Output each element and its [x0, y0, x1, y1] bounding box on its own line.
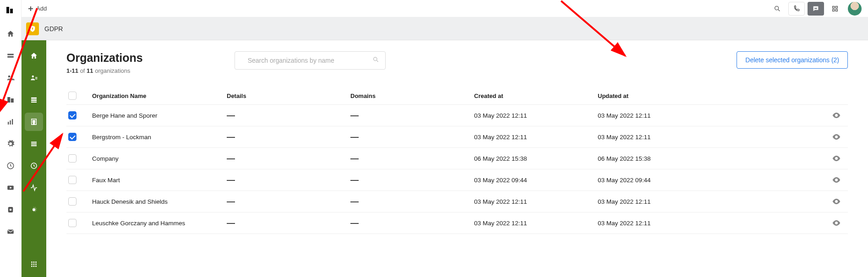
table-row: Hauck Denesik and Shields——03 May 2022 1… [66, 191, 848, 212]
view-icon[interactable] [825, 113, 848, 118]
cell-updated: 03 May 2022 12:11 [598, 134, 825, 141]
row-checkbox[interactable] [68, 133, 76, 141]
add-button[interactable]: Add [28, 5, 47, 12]
view-icon[interactable] [825, 134, 848, 140]
svg-point-50 [35, 264, 37, 265]
svg-rect-9 [10, 120, 11, 125]
view-icon[interactable] [825, 220, 848, 226]
delete-selected-button[interactable]: Delete selected organizations (2) [737, 51, 848, 69]
gdpr-sidebar [22, 40, 46, 277]
page-content: Organizations 1-11 of 11 organizations D… [46, 40, 868, 277]
cell-created: 03 May 2022 09:44 [474, 177, 598, 184]
cell-name[interactable]: Berge Hane and Sporer [92, 112, 227, 119]
gdpr-nav-history-icon[interactable] [25, 157, 43, 175]
svg-point-19 [775, 6, 779, 10]
col-header-name[interactable]: Organization Name [92, 92, 227, 99]
svg-point-47 [35, 261, 37, 263]
view-icon[interactable] [825, 177, 848, 183]
gdpr-nav-apps-icon[interactable] [25, 255, 43, 273]
svg-rect-34 [31, 102, 37, 103]
svg-rect-10 [12, 119, 13, 125]
cell-updated: 03 May 2022 12:11 [598, 198, 825, 205]
topbar-apps-icon[interactable] [827, 2, 843, 16]
col-header-updated[interactable]: Updated at [598, 92, 825, 99]
row-checkbox[interactable] [68, 219, 76, 227]
gdpr-nav-data-icon[interactable] [25, 91, 43, 109]
nav-inbox-icon[interactable] [5, 50, 16, 61]
svg-point-46 [33, 261, 35, 263]
select-all-checkbox[interactable] [68, 92, 76, 100]
cell-updated: 06 May 2022 15:38 [598, 155, 825, 162]
svg-point-29 [32, 76, 34, 78]
topbar-search-icon[interactable] [769, 2, 786, 16]
app-logo [6, 5, 15, 15]
svg-point-56 [836, 115, 837, 116]
add-label: Add [36, 5, 47, 12]
cell-created: 03 May 2022 12:11 [474, 220, 598, 227]
cell-name[interactable]: Leuschke Gorczany and Hammes [92, 220, 227, 227]
cell-name[interactable]: Faux Mart [92, 177, 227, 184]
row-checkbox[interactable] [68, 154, 76, 163]
svg-rect-36 [33, 120, 34, 121]
nav-time-icon[interactable] [5, 160, 16, 171]
page-sub-total: 11 [87, 67, 93, 74]
svg-line-55 [377, 60, 378, 62]
delete-selected-label: Delete selected organizations (2) [745, 56, 839, 64]
gdpr-nav-lists-icon[interactable] [25, 135, 43, 153]
table-row: Berge Hane and Sporer——03 May 2022 12:11… [66, 105, 848, 126]
svg-point-59 [836, 179, 837, 181]
nav-video-icon[interactable] [5, 182, 16, 193]
page-sub-range: 1-11 [66, 67, 78, 74]
page-sub-middle: of [78, 67, 87, 74]
table-row: Leuschke Gorczany and Hammes——03 May 202… [66, 212, 848, 234]
nav-org-icon[interactable] [5, 94, 16, 105]
cell-name[interactable]: Company [92, 155, 227, 162]
cell-domains: — [350, 135, 474, 139]
page-subtitle: 1-11 of 11 organizations [66, 67, 143, 74]
svg-rect-8 [8, 122, 9, 125]
nav-badge-icon[interactable] [5, 204, 16, 215]
row-checkbox[interactable] [68, 111, 76, 119]
nav-reports-icon[interactable] [5, 116, 16, 127]
row-checkbox[interactable] [68, 176, 76, 184]
gdpr-nav-contacts-icon[interactable] [25, 69, 43, 87]
svg-rect-28 [32, 28, 33, 30]
cell-name[interactable]: Hauck Denesik and Shields [92, 198, 227, 205]
nav-home-icon[interactable] [5, 28, 16, 39]
organizations-table: Organization Name Details Domains Create… [66, 87, 848, 234]
nav-people-icon[interactable] [5, 72, 16, 83]
search-input[interactable] [235, 51, 386, 70]
cell-domains: — [350, 178, 474, 182]
page-sub-suffix: organizations [93, 67, 131, 74]
cell-created: 03 May 2022 12:11 [474, 112, 598, 119]
nav-settings-icon[interactable] [5, 138, 16, 149]
user-avatar[interactable] [848, 2, 862, 16]
gdpr-nav-organizations-icon[interactable] [25, 113, 43, 131]
table-header: Organization Name Details Domains Create… [66, 87, 848, 105]
gdpr-nav-settings-icon[interactable] [25, 201, 43, 219]
cell-details: — [227, 135, 350, 139]
svg-rect-42 [31, 143, 37, 144]
gdpr-shield-icon [26, 22, 39, 35]
view-icon[interactable] [825, 156, 848, 161]
cell-name[interactable]: Bergstrom - Lockman [92, 134, 227, 141]
cell-details: — [227, 156, 350, 161]
col-header-details[interactable]: Details [227, 92, 350, 99]
col-header-domains[interactable]: Domains [350, 92, 474, 99]
svg-rect-3 [7, 56, 14, 58]
view-icon[interactable] [825, 199, 848, 204]
row-checkbox[interactable] [68, 197, 76, 206]
cell-created: 06 May 2022 15:38 [474, 155, 598, 162]
svg-rect-38 [33, 122, 34, 123]
cell-created: 03 May 2022 12:11 [474, 198, 598, 205]
topbar-phone-icon[interactable] [788, 2, 805, 16]
gdpr-nav-activity-icon[interactable] [25, 179, 43, 197]
gdpr-nav-home-icon[interactable] [25, 47, 43, 65]
cell-created: 03 May 2022 12:11 [474, 134, 598, 141]
nav-mail-icon[interactable] [5, 226, 16, 237]
svg-rect-40 [33, 123, 35, 125]
topbar-chat-icon[interactable] [808, 2, 824, 16]
svg-point-15 [10, 209, 12, 211]
col-header-created[interactable]: Created at [474, 92, 598, 99]
svg-point-45 [31, 261, 33, 263]
